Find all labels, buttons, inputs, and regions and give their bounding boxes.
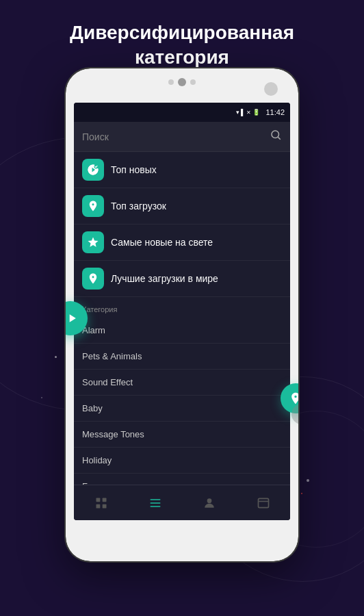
top-downloads-icon-bg [82,195,104,217]
category-label: Категория [82,305,117,313]
cat-item-baby[interactable]: Baby [74,396,290,422]
nav-list[interactable] [128,496,182,510]
search-bar[interactable]: Поиск [74,122,290,152]
svg-point-11 [207,498,211,503]
svg-rect-9 [150,502,160,504]
menu-item-best-downloads[interactable]: Лучшие загрузки в мире [74,261,290,297]
svg-rect-12 [258,498,268,507]
svg-rect-7 [102,504,106,508]
menu-item-newest[interactable]: Самые новые на свете [74,224,290,261]
wifi-icon: ▾ [236,109,239,116]
menu-item-top-downloads[interactable]: Топ загрузок [74,188,290,224]
sparkle-dot [307,479,309,482]
menu-item-top-new[interactable]: Топ новых [74,152,290,188]
bottom-nav [74,485,290,520]
cat-item-funny[interactable]: Funny [74,474,290,485]
svg-rect-5 [102,498,106,502]
list-content: Топ новых Топ загрузок [74,152,290,485]
sparkle-dot [41,397,42,398]
category-section: Категория [74,297,290,318]
status-bar: ▾ ▌ ✕ 🔋 11:42 [74,103,290,122]
cat-item-message-tones-text: Message Tones [82,429,144,439]
svg-rect-4 [96,498,100,502]
cat-item-sound-effect-text: Sound Effect [82,377,133,387]
menu-item-top-new-label: Топ новых [111,164,157,175]
status-time: 11:42 [265,108,285,116]
menu-item-top-downloads-label: Топ загрузок [111,201,166,211]
phone-body: ▾ ▌ ✕ 🔋 11:42 Поиск [66,68,298,561]
top-new-icon-bg [82,159,104,181]
nav-profile[interactable] [182,496,236,510]
nav-card[interactable] [236,496,290,510]
svg-rect-6 [96,504,100,508]
sim-icon: ✕ [246,110,251,116]
cat-item-holiday-text: Holiday [82,455,112,465]
svg-line-1 [278,137,280,139]
svg-rect-10 [150,506,160,507]
cat-item-baby-text: Baby [82,403,103,413]
search-icon[interactable] [270,129,282,144]
battery-icon: 🔋 [252,109,260,116]
cat-item-holiday[interactable]: Holiday [74,448,290,474]
nav-home[interactable] [74,496,128,510]
camera-lens [178,78,186,86]
cat-item-sound-effect[interactable]: Sound Effect [74,370,290,396]
menu-item-best-downloads-label: Лучшие загрузки в мире [111,273,218,284]
camera-dot [190,79,196,85]
phone-speaker [264,82,278,96]
newest-icon-bg [82,231,104,253]
cat-item-alarm-text: Alarm [82,325,105,335]
phone-screen: ▾ ▌ ✕ 🔋 11:42 Поиск [74,103,290,520]
cat-item-message-tones[interactable]: Message Tones [74,422,290,448]
signal-icon: ▌ [241,109,245,116]
search-placeholder: Поиск [82,131,270,142]
phone-camera [168,78,196,86]
best-downloads-icon-bg [82,268,104,290]
svg-rect-8 [150,499,160,500]
menu-item-newest-label: Самые новые на свете [111,237,213,248]
cat-item-alarm[interactable]: Alarm [74,318,290,344]
cat-item-pets[interactable]: Pets & Animals [74,344,290,370]
page-title: Диверсифицированная категория [0,21,364,70]
status-icons: ▾ ▌ ✕ 🔋 [236,109,260,116]
phone-frame: ▾ ▌ ✕ 🔋 11:42 Поиск [66,68,298,561]
sparkle-dot [55,356,57,358]
cat-item-pets-text: Pets & Animals [82,351,142,361]
sparkle-dot-red [301,493,302,494]
svg-point-0 [272,131,279,138]
camera-dot [168,79,174,85]
